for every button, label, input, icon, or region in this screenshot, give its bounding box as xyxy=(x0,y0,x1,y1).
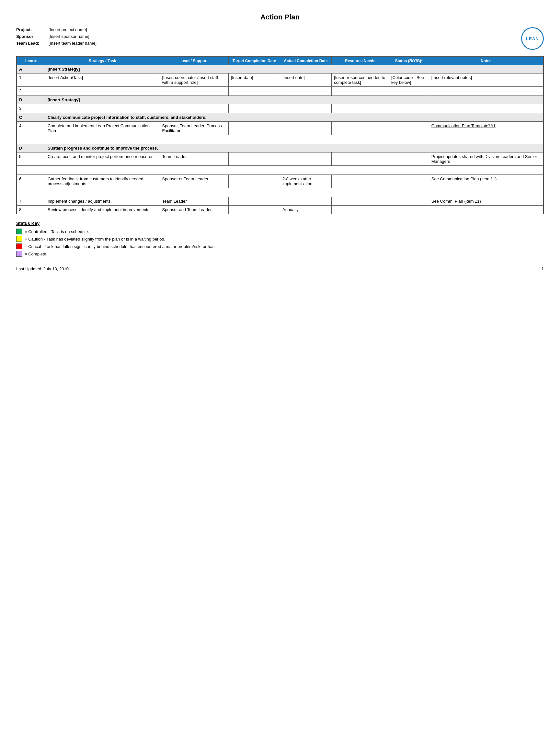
sponsor-value: [Insert sponsor name] xyxy=(49,34,89,39)
status-key-title: Status Key xyxy=(16,221,544,226)
teamlead-label: Team Lead: xyxy=(16,41,45,46)
cell-lead: Sponsor and Team Leader xyxy=(160,206,228,214)
meta-left: Project: [Insert project name] Sponsor: … xyxy=(16,27,97,46)
cell-item: 6 xyxy=(17,175,45,188)
cell-actual: [Insert date] xyxy=(280,74,331,87)
cell-notes xyxy=(429,104,543,113)
cell-actual: 2-8 weeks after implement-ation xyxy=(280,175,331,188)
logo: LEAN xyxy=(521,27,544,50)
cell-item: 8 xyxy=(17,206,45,214)
status-label-red: = Critical - Task has fallen significant… xyxy=(25,244,214,249)
status-label-green: = Controlled - Task is on schedule. xyxy=(25,229,89,234)
table-row: 5 Create, post, and monitor project perf… xyxy=(17,153,543,166)
cell-actual xyxy=(280,104,331,113)
cell-item: B xyxy=(17,96,45,104)
header-notes: Notes xyxy=(429,57,543,65)
cell-target xyxy=(228,122,280,135)
meta-section: Project: [Insert project name] Sponsor: … xyxy=(16,27,544,50)
table-row: 1 [Insert Action/Task] [Insert coordinat… xyxy=(17,74,543,87)
cell-strategy: [Insert Strategy] xyxy=(45,65,543,74)
cell-resource xyxy=(332,197,389,206)
status-key-row-yellow: = Caution - Task has deviated slightly f… xyxy=(16,236,544,242)
header-lead: Lead / Support xyxy=(160,57,228,65)
cell-actual xyxy=(280,197,331,206)
cell-lead xyxy=(160,104,228,113)
table-row: 4 Complete and implement Lean Project Co… xyxy=(17,122,543,135)
table-row xyxy=(17,166,543,175)
table-row xyxy=(17,188,543,197)
cell-notes xyxy=(429,87,543,96)
meta-project-row: Project: [Insert project name] xyxy=(16,27,97,32)
cell-strategy: Sustain progress and continue to improve… xyxy=(45,144,543,153)
table-row xyxy=(17,135,543,144)
cell-status xyxy=(389,153,429,166)
cell-resource xyxy=(332,206,389,214)
footer-last-updated: Last Updated: July 13, 2010 xyxy=(16,267,69,271)
cell-notes: See Comm. Plan (item 11) xyxy=(429,197,543,206)
status-label-yellow: = Caution - Task has deviated slightly f… xyxy=(25,237,165,242)
cell-item: 5 xyxy=(17,153,45,166)
header-item: Item # xyxy=(17,57,45,65)
cell-target xyxy=(228,197,280,206)
header-resource: Resource Needs xyxy=(332,57,389,65)
cell-status: [Color code - See key below] xyxy=(389,74,429,87)
cell-actual: Annually xyxy=(280,206,331,214)
cell-lead: Sponsor, Team Leader, Process Facilitato… xyxy=(160,122,228,135)
footer-page-number: 1 xyxy=(542,267,544,271)
table-row: 8 Review process, identify and implement… xyxy=(17,206,543,214)
cell-task: Implement changes / adjustments. xyxy=(45,197,160,206)
cell-resource: [Insert resources needed to complete tas… xyxy=(332,74,389,87)
cell-resource xyxy=(332,122,389,135)
cell-status xyxy=(389,122,429,135)
cell-status xyxy=(389,206,429,214)
cell-notes: Project updates shared with Division Lea… xyxy=(429,153,543,166)
cell-notes: See Communication Plan (item 11) xyxy=(429,175,543,188)
table-row: D Sustain progress and continue to impro… xyxy=(17,144,543,153)
header-target: Target Completion Date xyxy=(228,57,280,65)
cell-item: 2 xyxy=(17,87,45,96)
cell-target xyxy=(228,175,280,188)
sponsor-label: Sponsor: xyxy=(16,34,45,39)
status-key-row-purple: = Complete xyxy=(16,251,544,257)
cell-notes xyxy=(429,206,543,214)
cell-task: Create, post, and monitor project perfor… xyxy=(45,153,160,166)
cell-item: 7 xyxy=(17,197,45,206)
cell-task: [Insert Action/Task] xyxy=(45,74,160,87)
header-actual: Actual Completion Date xyxy=(280,57,331,65)
cell-task xyxy=(45,87,160,96)
cell-lead: [Insert coordinator /Insert staff with a… xyxy=(160,74,228,87)
cell-status xyxy=(389,104,429,113)
cell-strategy: Clearly communicate project information … xyxy=(45,113,543,122)
cell-task: Gather feedback from customers to identi… xyxy=(45,175,160,188)
cell-notes: [Insert relevant notes] xyxy=(429,74,543,87)
table-row: 7 Implement changes / adjustments. Team … xyxy=(17,197,543,206)
page-title: Action Plan xyxy=(16,13,544,21)
cell-lead xyxy=(160,87,228,96)
cell-resource xyxy=(332,104,389,113)
status-key-row-green: = Controlled - Task is on schedule. xyxy=(16,229,544,235)
table-row: 3 xyxy=(17,104,543,113)
cell-lead: Team Leader xyxy=(160,153,228,166)
cell-item: 1 xyxy=(17,74,45,87)
cell-item: A xyxy=(17,65,45,74)
status-icon-yellow xyxy=(16,236,22,242)
cell-notes: Communication Plan Template'!A1 xyxy=(429,122,543,135)
cell-strategy: [Insert Strategy] xyxy=(45,96,543,104)
header-status: Status (R/Y/G)* xyxy=(389,57,429,65)
status-icon-green xyxy=(16,229,22,235)
cell-item: 4 xyxy=(17,122,45,135)
cell-target xyxy=(228,104,280,113)
cell-task: Review process, identify and implement i… xyxy=(45,206,160,214)
table-header-row: Item # Strategy / Task Lead / Support Ta… xyxy=(17,57,543,65)
action-plan-table: Item # Strategy / Task Lead / Support Ta… xyxy=(16,56,544,214)
table-row: 2 xyxy=(17,87,543,96)
header-strategy: Strategy / Task xyxy=(45,57,160,65)
status-icon-red xyxy=(16,244,22,249)
cell-status xyxy=(389,197,429,206)
status-icon-purple xyxy=(16,251,22,257)
table-row: 6 Gather feedback from customers to iden… xyxy=(17,175,543,188)
meta-sponsor-row: Sponsor: [Insert sponsor name] xyxy=(16,34,97,39)
cell-actual xyxy=(280,122,331,135)
cell-actual xyxy=(280,87,331,96)
cell-resource xyxy=(332,175,389,188)
